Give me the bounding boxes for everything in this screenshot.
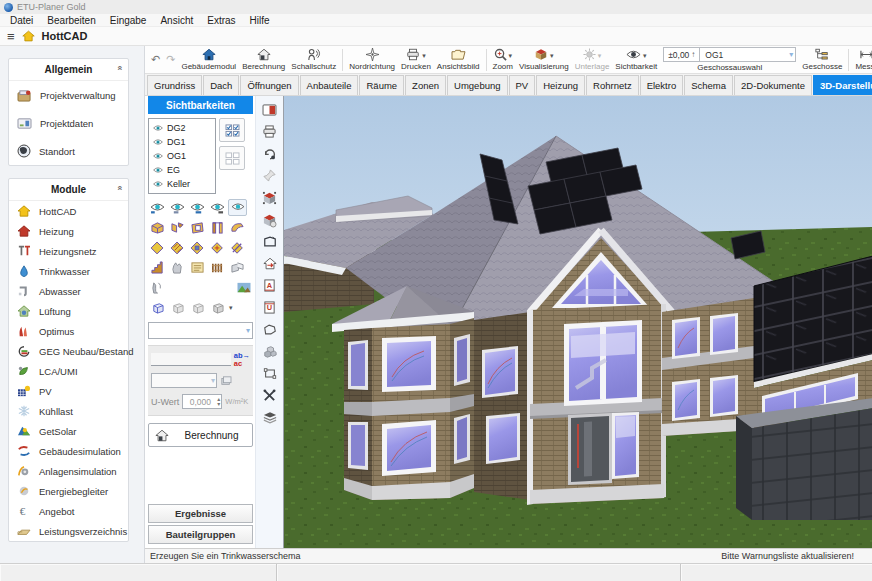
- nordrichtung-button[interactable]: Nordrichtung: [346, 47, 398, 73]
- hand-tool-icon[interactable]: [168, 259, 187, 276]
- box-wireframe-tool-icon[interactable]: [148, 299, 167, 316]
- tab-raeume[interactable]: Räume: [359, 75, 404, 95]
- tab-heizung[interactable]: Heizung: [536, 75, 585, 95]
- roof-edge-tool-icon[interactable]: [228, 239, 247, 256]
- sidebar-item-angebot[interactable]: € Angebot: [9, 501, 128, 521]
- sichtbarkeit-button[interactable]: ▾ Sichtbarkeit: [612, 47, 660, 73]
- fence-tool-icon[interactable]: [208, 259, 227, 276]
- sidebar-item-projektverwaltung[interactable]: Projektverwaltung: [9, 81, 128, 109]
- tab-oeffnungen[interactable]: Öffnungen: [240, 75, 298, 95]
- layer-row-dg2[interactable]: DG2: [153, 121, 215, 135]
- rename-icon[interactable]: ab→ac: [234, 352, 250, 367]
- tab-3d-darstellung[interactable]: 3D-Darstellung: [813, 75, 872, 95]
- ergebnisse-button[interactable]: Ergebnisse: [148, 504, 253, 523]
- tab-elektro[interactable]: Elektro: [640, 75, 684, 95]
- menu-ansicht[interactable]: Ansicht: [153, 15, 200, 26]
- box-tool-4-icon[interactable]: [208, 299, 227, 316]
- layer-row-dg1[interactable]: DG1: [153, 135, 215, 149]
- sidebar-item-getsolar[interactable]: GetSolar: [9, 421, 128, 441]
- print-view-icon[interactable]: [260, 122, 280, 141]
- u-wert-spinner[interactable]: 0,000 ▴▾: [182, 394, 222, 409]
- berechnung-panel-button[interactable]: Berechnung: [148, 423, 253, 447]
- visibility-filter-windows-button[interactable]: [168, 199, 187, 216]
- bauteilgruppen-button[interactable]: Bauteilgruppen: [148, 525, 253, 544]
- visualisierung-button[interactable]: ▾ Visualisierung: [516, 47, 572, 73]
- tools-icon[interactable]: [260, 386, 280, 405]
- sheet-tool-icon[interactable]: [228, 259, 247, 276]
- terrain-tool-icon[interactable]: [234, 279, 253, 296]
- layers-icon[interactable]: [260, 408, 280, 427]
- hamburger-icon[interactable]: ≡: [7, 30, 15, 43]
- sidebar-item-trinkwasser[interactable]: Trinkwasser: [9, 261, 128, 281]
- sidebar-item-abwasser[interactable]: Abwasser: [9, 281, 128, 301]
- roof-hatch-tool-icon[interactable]: [168, 239, 187, 256]
- check-all-layers-button[interactable]: [219, 118, 245, 142]
- container-icon[interactable]: [260, 232, 280, 251]
- box-tool-2-icon[interactable]: [168, 299, 187, 316]
- polygon-edit-icon[interactable]: [260, 364, 280, 383]
- visibility-filter-walls-button[interactable]: [148, 199, 167, 216]
- spinner-arrows-icon[interactable]: ▴▾: [217, 397, 221, 407]
- tab-grundriss[interactable]: Grundriss: [147, 75, 202, 95]
- box-sphere-icon[interactable]: [260, 210, 280, 229]
- menu-eingabe[interactable]: Eingabe: [103, 15, 154, 26]
- 3d-viewport-canvas[interactable]: [283, 96, 872, 548]
- pillar-tool-icon[interactable]: [148, 279, 167, 296]
- layer-row-og1[interactable]: OG1: [153, 149, 215, 163]
- sidebar-item-energiebegleiter[interactable]: Energiebegleiter: [9, 481, 128, 501]
- zoom-button[interactable]: ▾ Zoom: [490, 47, 516, 73]
- sidebar-item-leistungsverzeichnis[interactable]: Leistungsverzeichnis: [9, 521, 128, 541]
- roof-window-tool-icon[interactable]: [188, 239, 207, 256]
- menu-hilfe[interactable]: Hilfe: [243, 15, 277, 26]
- house-export-icon[interactable]: [260, 254, 280, 273]
- menu-bearbeiten[interactable]: Bearbeiten: [40, 15, 102, 26]
- schallschutz-button[interactable]: Schallschutz: [288, 47, 339, 73]
- sidebar-item-pv[interactable]: PV: [9, 381, 128, 401]
- panel-toggle-icon[interactable]: [260, 100, 280, 119]
- sichtbarkeit-dropdown-caret[interactable]: ▾: [643, 51, 647, 61]
- stairs-tool-icon[interactable]: [148, 259, 167, 276]
- material-picker-icon[interactable]: [220, 376, 232, 386]
- opening-tool-icon[interactable]: [188, 219, 207, 236]
- unterlage-button[interactable]: ▾ Unterlage: [572, 47, 613, 73]
- column-tool-icon[interactable]: [208, 219, 227, 236]
- ansichtsbild-button[interactable]: Ansichtsbild: [434, 47, 483, 73]
- pin-icon[interactable]: [260, 166, 280, 185]
- visibility-toggle-button[interactable]: [228, 199, 247, 216]
- component-select[interactable]: ▾: [148, 322, 253, 339]
- visibility-filter-rooms-button[interactable]: [208, 199, 227, 216]
- doc-annotation-a-icon[interactable]: A: [260, 276, 280, 295]
- menu-extras[interactable]: Extras: [200, 15, 242, 26]
- collapse-icon[interactable]: «: [114, 65, 124, 70]
- tab-anbauteile[interactable]: Anbauteile: [300, 75, 359, 95]
- tab-dach[interactable]: Dach: [203, 75, 239, 95]
- collapse-icon[interactable]: «: [114, 185, 124, 190]
- polygon-icon[interactable]: [260, 320, 280, 339]
- layer-row-eg[interactable]: EG: [153, 163, 215, 177]
- list-tool-icon[interactable]: [188, 259, 207, 276]
- doc-annotation-u-icon[interactable]: U: [260, 298, 280, 317]
- group-boxes-icon[interactable]: [260, 342, 280, 361]
- undo-button[interactable]: ↶: [148, 53, 163, 66]
- tab-umgebung[interactable]: Umgebung: [447, 75, 507, 95]
- tab-pv[interactable]: PV: [509, 75, 536, 95]
- uncheck-all-layers-button[interactable]: [219, 146, 245, 170]
- geschosse-button[interactable]: Geschosse: [799, 47, 845, 73]
- gebaeudemodul-button[interactable]: Gebäudemodul: [178, 47, 239, 73]
- tab-2d-dokumente[interactable]: 2D-Dokumente: [734, 75, 812, 95]
- sidebar-item-kuehllast[interactable]: Kühllast: [9, 401, 128, 421]
- floor-height-button[interactable]: ±0,00 ↑: [663, 47, 700, 62]
- material-select[interactable]: ▾: [151, 373, 217, 388]
- messen-button[interactable]: ▾ Messen: [852, 47, 872, 73]
- sidebar-item-gebaeudesimulation[interactable]: Gebäudesimulation: [9, 441, 128, 461]
- unterlage-dropdown-caret[interactable]: ▾: [598, 51, 602, 61]
- roof-tool-icon[interactable]: [148, 239, 167, 256]
- sidebar-item-standort[interactable]: Standort: [9, 137, 128, 165]
- sidebar-item-heizungsnetz[interactable]: Heizungsnetz: [9, 241, 128, 261]
- tab-schema[interactable]: Schema: [684, 75, 733, 95]
- visualisierung-dropdown-caret[interactable]: ▾: [550, 51, 554, 61]
- box-tool-3-icon[interactable]: [188, 299, 207, 316]
- tab-zonen[interactable]: Zonen: [405, 75, 446, 95]
- sidebar-item-hottcad[interactable]: HottCAD: [9, 201, 128, 221]
- box-tools-dropdown-caret[interactable]: ▾: [229, 303, 233, 313]
